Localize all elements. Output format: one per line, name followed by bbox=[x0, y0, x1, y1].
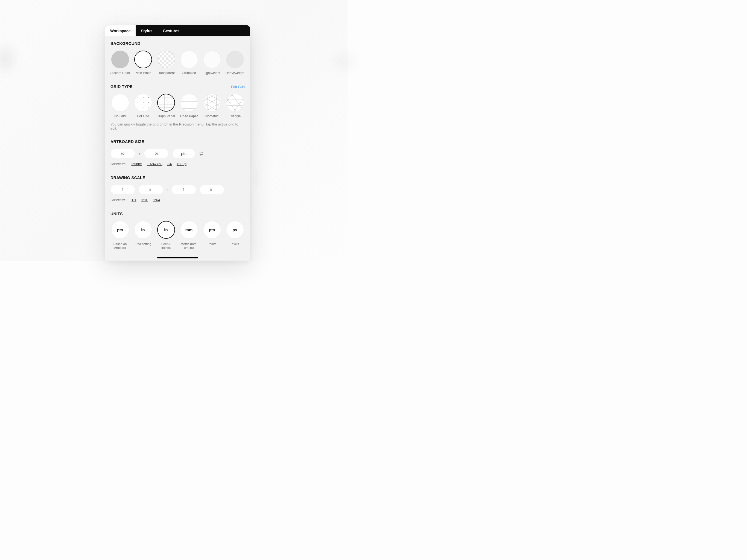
swatch-label: Graph Paper bbox=[157, 114, 176, 118]
scale-right-unit: in bbox=[210, 187, 213, 192]
swatch-label: Plain White bbox=[135, 71, 152, 75]
unit-abbr: mm bbox=[185, 228, 193, 232]
grid-swatch-none[interactable] bbox=[111, 94, 129, 111]
swatch-label: Triangle bbox=[229, 114, 241, 118]
swatch-label: Isometric bbox=[205, 114, 219, 118]
section-title-units: UNITS bbox=[110, 212, 245, 216]
tab-workspace[interactable]: Workspace bbox=[105, 25, 136, 36]
artboard-height-input[interactable]: ∞ bbox=[144, 149, 169, 158]
grid-option-lined[interactable]: Lined Paper bbox=[180, 94, 198, 118]
svg-line-26 bbox=[203, 94, 221, 101]
section-title-background: BACKGROUND bbox=[110, 41, 245, 46]
background-option-custom[interactable]: Custom Color bbox=[111, 51, 129, 75]
unit-circle[interactable]: px bbox=[226, 221, 244, 239]
grid-swatch-graph[interactable] bbox=[157, 94, 175, 111]
background-option-crumpled[interactable]: Crumpled bbox=[180, 51, 198, 75]
background-options: Custom Color Plain White Transparent Cru… bbox=[110, 51, 245, 75]
swatch-label: Dot Grid bbox=[137, 114, 149, 118]
svg-point-8 bbox=[148, 107, 149, 108]
shortcuts-label: Shortcuts: bbox=[110, 162, 127, 166]
swatch-label: No Grid bbox=[114, 114, 126, 118]
scale-right-value: 1 bbox=[183, 187, 185, 192]
svg-point-0 bbox=[137, 97, 138, 98]
grid-option-none[interactable]: No Grid bbox=[111, 94, 129, 118]
background-swatch-lightweight[interactable] bbox=[203, 51, 221, 68]
background-swatch-white[interactable] bbox=[134, 51, 152, 68]
grid-swatch-lined[interactable] bbox=[180, 94, 198, 111]
unit-circle[interactable]: in bbox=[134, 221, 152, 239]
grid-option-triangle[interactable]: Triangle bbox=[226, 94, 244, 118]
background-option-heavyweight[interactable]: Heavyweight bbox=[226, 51, 244, 75]
section-title-grid: GRID TYPE bbox=[110, 84, 133, 89]
unit-abbr: px bbox=[232, 228, 237, 232]
svg-point-7 bbox=[143, 107, 143, 108]
artboard-shortcut-1080p[interactable]: 1080p bbox=[177, 162, 186, 166]
scale-shortcut-1-10[interactable]: 1:10 bbox=[141, 198, 148, 202]
background-option-transparent[interactable]: Transparent bbox=[157, 51, 175, 75]
unit-label: Feet & Inches bbox=[157, 242, 175, 250]
scale-right-unit-input[interactable]: in bbox=[200, 185, 224, 195]
background-option-lightweight[interactable]: Lightweight bbox=[203, 51, 221, 75]
background-swatch-heavyweight[interactable] bbox=[226, 51, 244, 68]
swatch-label: Transparent bbox=[157, 71, 175, 75]
artboard-width-input[interactable]: ∞ bbox=[110, 149, 135, 158]
svg-line-32 bbox=[229, 94, 243, 111]
grid-swatch-triangle[interactable] bbox=[226, 94, 244, 111]
graph-paper-icon bbox=[158, 94, 175, 111]
background-swatch-transparent[interactable] bbox=[157, 51, 175, 68]
swatch-label: Lightweight bbox=[204, 71, 221, 75]
scale-row: 1 in : 1 in bbox=[110, 185, 245, 195]
grid-option-graph[interactable]: Graph Paper bbox=[157, 94, 175, 118]
home-indicator[interactable] bbox=[157, 257, 198, 258]
artboard-shortcut-infinite[interactable]: Infinite bbox=[131, 162, 142, 166]
artboard-shortcut-a4[interactable]: A4 bbox=[168, 162, 172, 166]
units-options: pts Based on Artboard in iPad setting in… bbox=[110, 221, 245, 250]
scale-shortcut-1-1[interactable]: 1:1 bbox=[131, 198, 136, 202]
unit-label: Metric (mm, cm, m) bbox=[180, 242, 198, 250]
grid-swatch-dot[interactable] bbox=[134, 94, 152, 111]
svg-point-5 bbox=[148, 102, 149, 103]
unit-abbr: pts bbox=[117, 228, 123, 232]
scale-left-unit-input[interactable]: in bbox=[138, 185, 163, 195]
scale-separator: : bbox=[167, 187, 168, 192]
unit-label: iPad setting bbox=[135, 242, 151, 246]
background-option-white[interactable]: Plain White bbox=[134, 51, 152, 75]
unit-circle[interactable]: pts bbox=[111, 221, 129, 239]
artboard-units-selector[interactable]: pts bbox=[172, 149, 195, 158]
blurred-bg-right bbox=[334, 55, 353, 68]
grid-hint: You can quickly toggle the grid on/off i… bbox=[110, 122, 245, 130]
background-swatch-custom[interactable] bbox=[111, 51, 129, 68]
svg-point-2 bbox=[148, 97, 149, 98]
edit-grid-link[interactable]: Edit Grid bbox=[231, 85, 245, 89]
settings-tabbar: Workspace Stylus Gestures bbox=[105, 25, 250, 36]
artboard-height-value: ∞ bbox=[155, 151, 158, 156]
svg-line-25 bbox=[203, 103, 221, 111]
scale-left-value-input[interactable]: 1 bbox=[110, 185, 135, 195]
svg-point-1 bbox=[143, 97, 143, 98]
unit-circle[interactable]: in bbox=[157, 221, 175, 239]
tab-gestures[interactable]: Gestures bbox=[157, 25, 185, 36]
unit-option-ipad[interactable]: in iPad setting bbox=[134, 221, 152, 250]
unit-option-artboard[interactable]: pts Based on Artboard bbox=[111, 221, 129, 250]
tab-stylus[interactable]: Stylus bbox=[136, 25, 157, 36]
unit-option-feet-inches[interactable]: in Feet & Inches bbox=[157, 221, 175, 250]
unit-option-metric[interactable]: mm Metric (mm, cm, m) bbox=[180, 221, 198, 250]
shortcuts-label: Shortcuts: bbox=[110, 198, 127, 202]
swap-orientation-button[interactable] bbox=[199, 152, 204, 156]
background-swatch-crumpled[interactable] bbox=[180, 51, 198, 68]
unit-option-points[interactable]: pts Points bbox=[203, 221, 221, 250]
unit-circle[interactable]: pts bbox=[203, 221, 221, 239]
unit-option-pixels[interactable]: px Pixels bbox=[226, 221, 244, 250]
triangle-grid-icon bbox=[226, 94, 243, 111]
artboard-size-row: ∞ x ∞ pts bbox=[110, 149, 245, 158]
grid-option-iso[interactable]: Isometric bbox=[203, 94, 221, 118]
scale-shortcut-1-64[interactable]: 1:64 bbox=[153, 198, 160, 202]
grid-swatch-iso[interactable] bbox=[203, 94, 221, 111]
swatch-label: Custom Color bbox=[110, 71, 130, 75]
artboard-shortcuts: Shortcuts: Infinite 1024x768 A4 1080p bbox=[110, 162, 245, 166]
unit-circle[interactable]: mm bbox=[180, 221, 198, 239]
grid-option-dot[interactable]: Dot Grid bbox=[134, 94, 152, 118]
unit-label: Points bbox=[208, 242, 216, 246]
scale-right-value-input[interactable]: 1 bbox=[172, 185, 196, 195]
artboard-shortcut-1024x768[interactable]: 1024x768 bbox=[147, 162, 162, 166]
